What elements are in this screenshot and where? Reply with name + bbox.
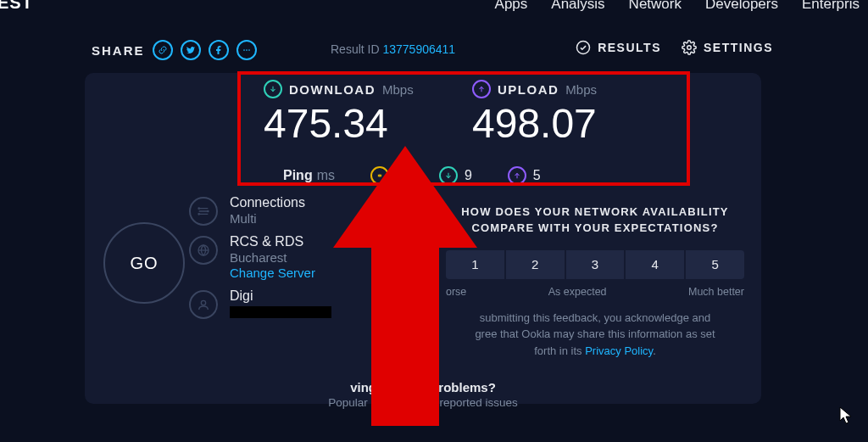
svg-point-1	[246, 49, 248, 51]
result-id: Result ID 13775906411	[331, 42, 455, 56]
svg-point-5	[198, 208, 199, 209]
nav-enterprise-fragment[interactable]: Enterpris	[802, 0, 860, 13]
nav-developers[interactable]: Developers	[705, 0, 778, 13]
survey-scale: 1 2 3 4 5	[446, 250, 744, 279]
results-link[interactable]: RESULTS	[576, 40, 661, 55]
survey-anchors: orse As expected Much better	[446, 286, 744, 298]
share-label: SHARE	[92, 43, 145, 58]
svg-point-0	[243, 49, 245, 51]
change-server-link[interactable]: Change Server	[230, 266, 315, 280]
redacted-ip	[230, 306, 331, 318]
annotation-red-arrow	[333, 146, 477, 426]
survey-option-2[interactable]: 2	[506, 250, 566, 279]
share-more-icon[interactable]	[236, 40, 257, 60]
svg-point-6	[208, 210, 209, 211]
share-link-icon[interactable]	[153, 40, 173, 60]
user-icon	[189, 290, 218, 319]
nav-analysis[interactable]: Analysis	[551, 0, 604, 13]
svg-marker-10	[333, 146, 477, 426]
survey-legal: submitting this feedback, you acknowledg…	[446, 310, 744, 360]
go-button[interactable]: GO	[103, 222, 185, 304]
globe-icon	[189, 236, 218, 265]
share-twitter-icon[interactable]	[181, 40, 201, 60]
survey-option-3[interactable]: 3	[566, 250, 626, 279]
svg-point-3	[577, 42, 590, 54]
svg-point-2	[248, 49, 250, 51]
brand-fragment: EST	[0, 0, 33, 13]
connections-icon	[189, 197, 218, 226]
nav-network[interactable]: Network	[629, 0, 682, 13]
survey-option-5[interactable]: 5	[686, 250, 744, 279]
share-facebook-icon[interactable]	[209, 40, 229, 60]
svg-point-9	[201, 300, 205, 305]
mouse-cursor-icon	[839, 406, 853, 428]
svg-point-7	[198, 214, 199, 215]
survey-question: HOW DOES YOUR NETWORK AVAILABILITY COMPA…	[446, 204, 744, 237]
svg-point-4	[687, 46, 692, 50]
settings-link[interactable]: SETTINGS	[682, 40, 773, 55]
survey-panel: HOW DOES YOUR NETWORK AVAILABILITY COMPA…	[446, 204, 744, 359]
result-id-link[interactable]: 13775906411	[382, 42, 455, 56]
primary-nav: Apps Analysis Network Developers Enterpr…	[495, 0, 860, 13]
nav-apps[interactable]: Apps	[495, 0, 528, 13]
privacy-policy-link[interactable]: Privacy Policy	[585, 344, 653, 357]
survey-option-4[interactable]: 4	[626, 250, 686, 279]
